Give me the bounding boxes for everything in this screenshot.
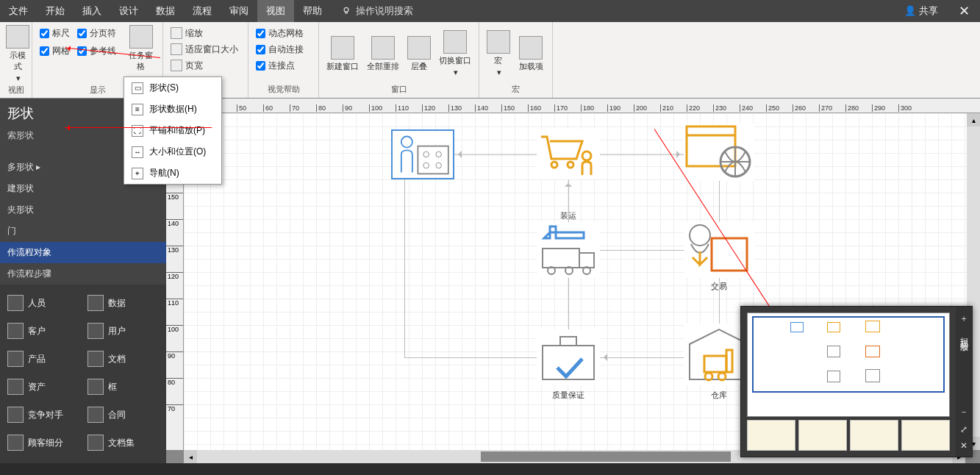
share-button[interactable]: 👤 共享	[894, 4, 948, 18]
label-warehouse: 仓库	[711, 390, 727, 401]
tell-me-search[interactable]: 操作说明搜索	[331, 4, 423, 18]
svg-point-7	[551, 162, 557, 168]
pan-zoom-window[interactable]: ＋ 扫视和缩放 － ⤢ ✕	[740, 306, 973, 457]
tab-view[interactable]: 视图	[257, 0, 294, 22]
task-pane-dropdown: ▭形状(S) ≡形状数据(H) ⛶平铺和缩放(P) ↔大小和位置(O) ⌖导航(…	[124, 76, 222, 185]
check-connection-points[interactable]: 连接点	[254, 57, 305, 74]
zoom-out-button[interactable]: －	[959, 406, 968, 418]
segment-icon	[7, 435, 24, 451]
svg-rect-10	[687, 126, 735, 166]
tab-review[interactable]: 审阅	[221, 0, 257, 22]
shape-docset[interactable]: 文档集	[83, 429, 163, 457]
shape-people-group[interactable]	[391, 129, 454, 179]
shape-qa[interactable]	[537, 329, 600, 385]
connector	[600, 250, 684, 251]
shape-contract[interactable]: 合同	[83, 401, 163, 429]
shape-webpage[interactable]	[684, 124, 754, 181]
zoom-in-button[interactable]: ＋	[959, 312, 968, 325]
dd-pan-zoom[interactable]: ⛶平铺和缩放(P)	[124, 120, 221, 141]
zoom-button[interactable]: 缩放	[169, 25, 240, 41]
dd-size-pos[interactable]: ↔大小和位置(O)	[124, 141, 221, 162]
menubar: 文件 开始 插入 设计 数据 流程 审阅 视图 帮助 操作说明搜索 👤 共享 ✕	[0, 0, 980, 22]
new-window-button[interactable]: 新建窗口	[325, 25, 361, 82]
presentation-mode-button[interactable]: 示模式▾	[6, 25, 29, 83]
thumb-4[interactable]	[901, 420, 950, 451]
dd-shape-data[interactable]: ≡形状数据(H)	[124, 99, 221, 120]
check-ruler[interactable]: 标尺	[38, 25, 71, 41]
cat-door[interactable]: 门	[0, 221, 166, 242]
task-pane-button[interactable]: 任务窗格▾	[125, 25, 157, 83]
shape-asset[interactable]: 资产	[3, 373, 83, 401]
shape-box[interactable]: 框	[83, 373, 163, 401]
svg-point-3	[423, 151, 429, 157]
connector	[404, 179, 405, 357]
shape-truck[interactable]	[537, 222, 600, 278]
scroll-left-button[interactable]: ◂	[184, 450, 197, 463]
shape-segment[interactable]: 顾客细分	[3, 429, 83, 457]
check-autoconnect[interactable]: 自动连接	[254, 41, 305, 57]
overview-page[interactable]	[747, 312, 950, 417]
pan-zoom-icon: ⛶	[132, 125, 143, 137]
tab-help[interactable]: 帮助	[294, 0, 331, 22]
page-width-button[interactable]: 页宽	[169, 57, 240, 74]
check-grid[interactable]: 网格	[38, 43, 71, 59]
cascade-button[interactable]: 层叠	[406, 25, 433, 82]
close-button[interactable]: ✕	[948, 3, 980, 19]
tab-data[interactable]: 数据	[147, 0, 184, 22]
shape-data[interactable]: 数据	[83, 289, 163, 317]
data-icon: ≡	[132, 104, 143, 115]
horizontal-ruler: 3040506070809010011012013014015016017018…	[184, 99, 980, 113]
overview-close-button[interactable]: ✕	[960, 440, 968, 451]
check-pagebreaks[interactable]: 分页符	[76, 25, 118, 41]
check-guides[interactable]: 参考线	[76, 43, 118, 59]
dd-shapes[interactable]: ▭形状(S)	[124, 77, 221, 99]
fit-window-button[interactable]: 适应窗口大小	[169, 41, 240, 57]
tab-home[interactable]: 开始	[37, 0, 74, 22]
briefcase-icon	[537, 329, 600, 385]
customer-icon	[7, 323, 24, 339]
arrange-all-button[interactable]: 全部重排	[365, 25, 401, 82]
svg-point-9	[582, 151, 591, 160]
cat-clip-shapes[interactable]: 夹形状	[0, 199, 166, 221]
svg-point-5	[423, 162, 429, 168]
shape-person[interactable]: 人员	[3, 289, 83, 317]
overview-viewport[interactable]	[752, 316, 945, 393]
shape-doc[interactable]: 文档	[83, 345, 163, 373]
svg-point-4	[436, 151, 442, 157]
thumb-3[interactable]	[850, 420, 898, 451]
tab-file[interactable]: 文件	[0, 0, 37, 22]
shape-transaction[interactable]	[684, 222, 754, 278]
overview-controls: ＋ 扫视和缩放 － ⤢ ✕	[956, 307, 972, 457]
shape-cart[interactable]	[537, 129, 600, 179]
switch-window-button[interactable]: 切换窗口▾	[437, 25, 473, 82]
shape-user[interactable]: 用户	[83, 317, 163, 345]
tab-insert[interactable]: 插入	[74, 0, 110, 22]
fit-icon	[171, 43, 182, 55]
thumb-1[interactable]	[747, 420, 795, 451]
cat-workflow-steps[interactable]: 作流程步骤	[0, 263, 166, 285]
shape-competitor[interactable]: 竞争对手	[3, 401, 83, 429]
svg-rect-21	[560, 337, 576, 346]
cat-workflow-objects[interactable]: 作流程对象	[0, 242, 166, 263]
macros-button[interactable]: 宏▾	[485, 25, 511, 82]
check-dynamic-grid[interactable]: 动态网格	[254, 25, 305, 41]
overview-detach-button[interactable]: ⤢	[960, 424, 968, 435]
arrow-icon	[676, 151, 684, 158]
zoom-icon	[171, 27, 182, 39]
svg-point-1	[401, 137, 412, 148]
connector	[600, 357, 684, 358]
scroll-thumb[interactable]	[481, 451, 731, 462]
contract-icon	[87, 407, 104, 423]
shape-product[interactable]: 产品	[3, 345, 83, 373]
scroll-up-button[interactable]: ▴	[967, 113, 980, 126]
group-label-visual-aids: 视觉帮助	[254, 82, 312, 98]
svg-rect-14	[579, 253, 594, 268]
data-shape-icon	[87, 295, 104, 311]
tab-process[interactable]: 流程	[184, 0, 221, 22]
addins-button[interactable]: 加载项	[515, 25, 546, 82]
dd-navigation[interactable]: ⌖导航(N)	[124, 162, 221, 184]
thumb-2[interactable]	[798, 420, 847, 451]
tab-design[interactable]: 设计	[110, 0, 147, 22]
connector	[719, 278, 720, 324]
shape-customer[interactable]: 客户	[3, 317, 83, 345]
